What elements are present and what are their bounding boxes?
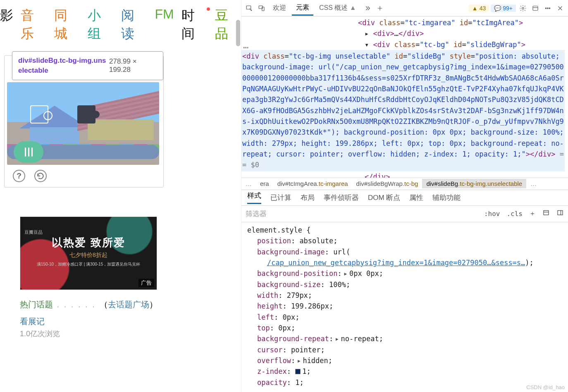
svg-rect-8	[544, 211, 549, 215]
bg-url-link[interactable]: /cap_union_new_getcapbysig?img_index=1&i…	[267, 259, 525, 267]
dock-icon[interactable]	[530, 3, 541, 14]
crumb-selected[interactable]: div#slideBg.tc-bg-img.unselectable	[422, 179, 526, 188]
topic-item[interactable]: 看展记	[20, 316, 241, 327]
issues-badge[interactable]: 💬 99+	[491, 5, 516, 12]
site-nav: 影 音乐 同城 小组 阅读 FM 时间 豆品	[0, 0, 241, 46]
crumb-3[interactable]: div#slideBgWrap.tc-bg	[352, 179, 422, 188]
element-tooltip: div#slideBg.tc-bg-img.unselectable 278.9…	[12, 51, 163, 80]
filter-bar: 筛选器 :hov .cls ＋	[241, 206, 568, 222]
nav-time[interactable]: 时间	[181, 7, 208, 43]
hot-link[interactable]: 去话题广场	[108, 300, 149, 309]
filter-input[interactable]: 筛选器	[246, 209, 477, 219]
slider-handle[interactable]	[14, 141, 43, 163]
tab-cssoverview[interactable]: CSS 概述 ▲	[315, 1, 360, 15]
tab-elements[interactable]: 元素	[292, 1, 313, 16]
dom-tree[interactable]: ⋯ <div class="tc-imgarea" id="tcImgArea"…	[241, 17, 568, 178]
styles-panel[interactable]: element.style { position: absolute; back…	[241, 222, 568, 392]
ad-logo: 豆瓣豆品	[20, 229, 157, 235]
svg-point-3	[522, 7, 524, 9]
nav-fm[interactable]: FM	[155, 7, 174, 43]
color-swatch[interactable]	[295, 369, 301, 374]
watermark: CSDN @id_hao	[526, 384, 565, 390]
more-tabs-icon[interactable]	[362, 3, 373, 14]
device-icon[interactable]	[256, 3, 267, 14]
tab-listeners[interactable]: 事件侦听器	[324, 193, 359, 202]
new-rule-icon[interactable]: ＋	[529, 209, 536, 218]
devtools-toolbar: 欢迎 元素 CSS 概述 ▲ ▲ 43 💬 99+	[241, 0, 568, 17]
hov-toggle[interactable]: :hov	[484, 210, 500, 218]
svg-point-6	[547, 7, 548, 8]
add-tab-icon[interactable]	[375, 3, 385, 14]
svg-rect-4	[533, 6, 538, 10]
ad-headline: 以热爱 致所爱	[20, 235, 157, 250]
tooltip-selector: div#slideBg.tc-bg-img.unselectable	[18, 56, 109, 76]
tab-dombreak[interactable]: DOM 断点	[368, 193, 400, 202]
crumb-2[interactable]: div#tcImgArea.tc-imgarea	[273, 179, 352, 188]
refresh-icon	[36, 172, 45, 180]
ad-badge: 广告	[138, 279, 154, 287]
tab-styles[interactable]: 样式	[247, 191, 261, 204]
ad-extra: 满150-10，加赠冷感口罩 | 满300-15，加盟遇见你马克杯	[20, 261, 157, 267]
captcha-card: div#slideBg.tc-bg-img.unselectable 278.9…	[4, 55, 164, 188]
nav-groups[interactable]: 小组	[88, 7, 114, 43]
crumb-1[interactable]: era	[256, 179, 273, 188]
nav-music[interactable]: 音乐	[21, 7, 47, 43]
hot-title: 热门话题	[20, 300, 53, 309]
toggle-panel-icon[interactable]	[556, 209, 564, 218]
hot-dots: . . . . . .	[57, 300, 96, 309]
computed-icon[interactable]	[542, 209, 550, 218]
warnings-badge[interactable]: ▲ 43	[469, 5, 489, 12]
tab-computed[interactable]: 已计算	[270, 193, 291, 202]
svg-rect-2	[262, 7, 264, 11]
captcha-image[interactable]	[7, 82, 159, 165]
help-button[interactable]: ?	[13, 170, 25, 182]
cls-toggle[interactable]: .cls	[506, 210, 523, 218]
tab-a11y[interactable]: 辅助功能	[432, 193, 461, 202]
nav-read[interactable]: 阅读	[121, 7, 147, 43]
close-icon[interactable]	[555, 3, 566, 14]
puzzle-target	[77, 105, 95, 124]
svg-point-5	[545, 7, 546, 8]
hot-topics-header: 热门话题 . . . . . . （去话题广场）	[20, 299, 241, 310]
selected-dom-node[interactable]: <div class="tc-bg-img unselectable" id="…	[241, 50, 565, 171]
svg-rect-9	[558, 211, 563, 215]
devtools-panel: 欢迎 元素 CSS 概述 ▲ ▲ 43 💬 99+ ⋯ <div class="…	[241, 0, 568, 392]
scroll-ellipsis[interactable]: ⋯	[243, 40, 249, 55]
tooltip-dimensions: 278.99 × 199.28	[109, 57, 157, 74]
tab-welcome[interactable]: 欢迎	[269, 1, 290, 15]
scrollbar[interactable]	[236, 20, 240, 46]
styles-tabs: 样式 已计算 布局 事件侦听器 DOM 断点 属性 辅助功能	[241, 190, 568, 206]
page-content: 影 音乐 同城 小组 阅读 FM 时间 豆品 div#slideBg.tc-bg…	[0, 0, 241, 392]
svg-point-7	[549, 7, 550, 8]
topic-views: 1.0亿次浏览	[20, 329, 241, 339]
more-icon[interactable]	[542, 3, 553, 14]
breadcrumb[interactable]: … era div#tcImgArea.tc-imgarea div#slide…	[241, 178, 568, 190]
settings-icon[interactable]	[518, 3, 528, 14]
tab-props[interactable]: 属性	[409, 193, 423, 202]
ad-card[interactable]: 豆瓣豆品 以热爱 致所爱 七夕特价8折起 满150-10，加赠冷感口罩 | 满3…	[20, 216, 157, 290]
svg-rect-0	[246, 6, 251, 9]
ad-subline: 七夕特价8折起	[20, 252, 157, 259]
nav-movies[interactable]: 影	[0, 7, 13, 43]
crumb-more[interactable]: …	[241, 180, 256, 187]
refresh-button[interactable]	[34, 170, 47, 182]
inspect-icon[interactable]	[244, 3, 255, 14]
puzzle-piece[interactable]	[30, 105, 48, 124]
tab-layout[interactable]: 布局	[301, 193, 315, 202]
nav-local[interactable]: 同城	[54, 7, 80, 43]
